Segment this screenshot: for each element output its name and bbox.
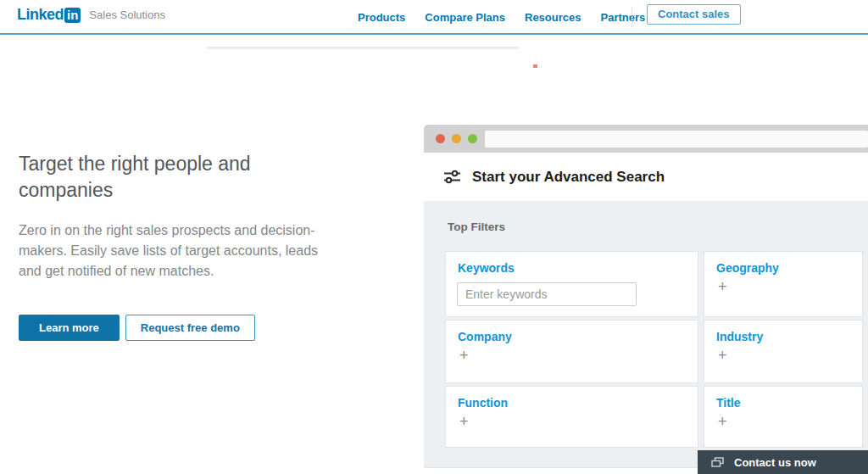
add-title-button[interactable]: +	[704, 410, 730, 429]
filter-title-company: Company	[446, 321, 698, 343]
nav-divider	[632, 8, 632, 27]
contact-us-label: Contact us now	[734, 456, 816, 469]
close-dot-icon	[436, 134, 445, 143]
page-title: Target the right people and companies	[19, 151, 315, 204]
filters-grid: Keywords Geography + Company + Industry …	[445, 251, 863, 448]
add-geography-button[interactable]: +	[704, 275, 730, 294]
browser-chrome-bar	[424, 125, 868, 153]
filter-title-keywords: Keywords	[446, 252, 698, 275]
filter-card-geography: Geography +	[704, 251, 863, 317]
filter-title-geography: Geography	[704, 252, 862, 275]
keywords-input[interactable]	[457, 282, 637, 306]
add-function-button[interactable]: +	[446, 410, 471, 429]
add-company-button[interactable]: +	[446, 343, 471, 363]
decorative-rule	[207, 47, 519, 49]
filter-card-keywords: Keywords	[445, 251, 698, 317]
filter-card-title: Title +	[704, 386, 863, 448]
browser-mockup-window: Start your Advanced Search Top Filters K…	[424, 125, 868, 474]
filter-card-function: Function +	[445, 386, 698, 448]
logo-linked-text: Linked	[17, 6, 64, 24]
nav-item-compare-plans[interactable]: Compare Plans	[425, 11, 505, 24]
linkedin-logo[interactable]: Linked in Sales Solutions	[17, 6, 165, 24]
nav-item-resources[interactable]: Resources	[525, 11, 581, 24]
learn-more-button[interactable]: Learn more	[19, 315, 120, 341]
advanced-search-header: Start your Advanced Search	[424, 153, 868, 201]
add-industry-button[interactable]: +	[704, 343, 730, 363]
nav-item-partners[interactable]: Partners	[600, 11, 645, 24]
url-bar	[485, 131, 868, 148]
filter-card-industry: Industry +	[704, 320, 863, 383]
chat-bubbles-icon	[711, 457, 724, 468]
window-control-dots	[436, 134, 477, 143]
hero-buttons: Learn more Request free demo	[19, 315, 255, 341]
filter-title-title: Title	[704, 387, 862, 410]
nav-item-products[interactable]: Products	[358, 11, 405, 24]
main-nav: Products Compare Plans Resources Partner…	[358, 0, 645, 35]
top-header: Linked in Sales Solutions Products Compa…	[0, 0, 868, 35]
request-free-demo-button[interactable]: Request free demo	[125, 315, 255, 341]
maximize-dot-icon	[468, 134, 477, 143]
tiny-red-marker	[533, 64, 537, 68]
linkedin-in-icon: in	[64, 8, 81, 23]
brand-suffix-label: Sales Solutions	[89, 8, 165, 21]
hero-description: Zero in on the right sales prospects and…	[19, 220, 326, 282]
contact-sales-button[interactable]: Contact sales	[647, 4, 741, 25]
filter-card-company: Company +	[445, 320, 698, 383]
sliders-filter-icon	[443, 168, 461, 186]
filter-title-function: Function	[446, 387, 698, 410]
advanced-search-title: Start your Advanced Search	[472, 169, 665, 186]
filter-area: Top Filters Keywords Geography + Company…	[424, 201, 868, 468]
contact-us-chat-widget[interactable]: Contact us now	[698, 450, 868, 474]
top-filters-label: Top Filters	[448, 220, 505, 233]
filter-title-industry: Industry	[704, 321, 862, 343]
minimize-dot-icon	[452, 134, 461, 143]
